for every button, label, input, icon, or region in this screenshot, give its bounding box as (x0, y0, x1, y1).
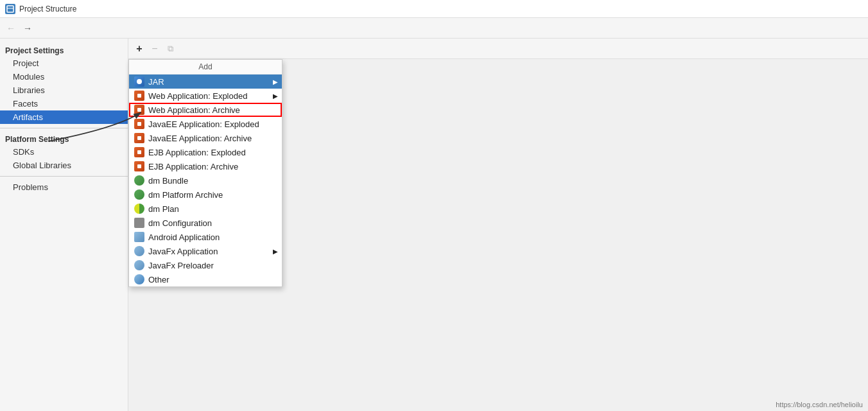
dropdown-item-javaee-archive[interactable]: JavaEE Application: Archive (129, 131, 282, 145)
dropdown-item-dm-config[interactable]: dm Configuration (129, 216, 282, 230)
webapp-exploded-arrow: ▶ (273, 92, 278, 100)
ejb-archive-icon (134, 161, 144, 171)
javaee-archive-icon (134, 133, 144, 143)
window-title: Project Structure (19, 4, 76, 13)
title-bar: Project Structure (0, 0, 868, 18)
content-area: Project Settings Project Modules Librari… (0, 39, 868, 411)
dropdown-item-web-app-archive-label: Web Application: Archive (148, 105, 240, 115)
add-dropdown-menu: Add JAR ▶ Web Application: Exploded ▶ (128, 59, 282, 287)
dropdown-item-other-label: Other (148, 275, 169, 284)
dropdown-item-ejb-exploded[interactable]: EJB Application: Exploded (129, 145, 282, 159)
back-button[interactable]: ← (4, 21, 18, 35)
javaee-exploded-icon (134, 119, 144, 129)
forward-button[interactable]: → (21, 21, 35, 35)
dropdown-item-web-app-archive[interactable]: Web Application: Archive (129, 103, 282, 117)
sidebar-item-sdks[interactable]: SDKs (0, 145, 128, 159)
dropdown-item-javafx-app[interactable]: JavaFx Application ▶ (129, 244, 282, 258)
project-settings-label: Project Settings (0, 44, 128, 57)
sidebar-item-artifacts[interactable]: Artifacts (0, 110, 128, 124)
dropdown-item-javafx-preloader-label: JavaFx Preloader (148, 261, 214, 270)
dropdown-item-android-app[interactable]: Android Application (129, 230, 282, 244)
dropdown-item-dm-bundle-label: dm Bundle (148, 176, 188, 186)
dropdown-item-dm-platform-archive[interactable]: dm Platform Archive (129, 188, 282, 202)
dm-plan-icon (134, 204, 144, 214)
platform-settings-label: Platform Settings (0, 132, 128, 145)
dm-platform-archive-icon (134, 189, 144, 200)
android-app-icon (134, 232, 144, 242)
toolbar: + − ⧉ Add JAR ▶ Web Application: Exp (128, 39, 868, 59)
dropdown-item-jar-label: JAR (148, 77, 164, 87)
nav-bar: ← → (0, 18, 868, 39)
dropdown-item-dm-plan-label: dm Plan (148, 204, 179, 214)
sidebar-item-libraries[interactable]: Libraries (0, 83, 128, 97)
dropdown-item-other[interactable]: Other (129, 272, 282, 286)
javafx-app-icon (134, 246, 144, 256)
copy-button[interactable]: ⧉ (163, 42, 177, 56)
add-button[interactable]: + (132, 42, 146, 56)
dropdown-item-ejb-archive[interactable]: EJB Application: Archive (129, 159, 282, 173)
dropdown-item-javaee-exploded[interactable]: JavaEE Application: Exploded (129, 117, 282, 131)
main-container: ← → Project Settings Project Modules Lib… (0, 18, 868, 411)
url-bar: https://blog.csdn.net/helioilu (776, 401, 863, 408)
dropdown-item-dm-bundle[interactable]: dm Bundle (129, 173, 282, 188)
dropdown-item-dm-platform-archive-label: dm Platform Archive (148, 190, 223, 200)
remove-button[interactable]: − (148, 42, 162, 56)
sidebar-divider-2 (0, 176, 128, 177)
dropdown-item-android-app-label: Android Application (148, 232, 220, 242)
ejb-exploded-icon (134, 147, 144, 157)
sidebar-item-modules[interactable]: Modules (0, 70, 128, 83)
sidebar: Project Settings Project Modules Librari… (0, 39, 128, 411)
javafx-app-arrow: ▶ (273, 248, 278, 255)
dropdown-item-javaee-archive-label: JavaEE Application: Archive (148, 134, 252, 143)
dm-bundle-icon (134, 175, 144, 186)
dropdown-item-ejb-exploded-label: EJB Application: Exploded (148, 148, 246, 157)
javafx-preloader-icon (134, 260, 144, 270)
webapp-exploded-icon (134, 91, 144, 101)
sidebar-item-problems[interactable]: Problems (0, 180, 128, 194)
sidebar-item-facets[interactable]: Facets (0, 97, 128, 110)
dropdown-item-jar[interactable]: JAR ▶ (129, 74, 282, 89)
sidebar-divider (0, 128, 128, 128)
right-panel: + − ⧉ Add JAR ▶ Web Application: Exp (128, 39, 868, 411)
sidebar-item-project[interactable]: Project (0, 57, 128, 70)
dropdown-item-javafx-preloader[interactable]: JavaFx Preloader (129, 258, 282, 272)
dropdown-item-web-app-exploded[interactable]: Web Application: Exploded ▶ (129, 89, 282, 103)
jar-arrow: ▶ (273, 78, 278, 85)
dropdown-header: Add (129, 60, 282, 74)
other-icon (134, 274, 144, 284)
app-icon (5, 4, 15, 14)
dropdown-item-dm-plan[interactable]: dm Plan (129, 202, 282, 216)
dropdown-item-javafx-app-label: JavaFx Application (148, 247, 218, 256)
webapp-archive-icon (134, 105, 144, 115)
svg-rect-0 (7, 6, 13, 12)
dropdown-item-ejb-archive-label: EJB Application: Archive (148, 162, 238, 171)
jar-icon (134, 76, 144, 87)
dropdown-item-javaee-exploded-label: JavaEE Application: Exploded (148, 119, 259, 129)
sidebar-item-global-libraries[interactable]: Global Libraries (0, 159, 128, 172)
dropdown-item-dm-config-label: dm Configuration (148, 218, 212, 228)
dropdown-item-web-app-exploded-label: Web Application: Exploded (148, 91, 247, 101)
dm-config-icon (134, 218, 144, 228)
